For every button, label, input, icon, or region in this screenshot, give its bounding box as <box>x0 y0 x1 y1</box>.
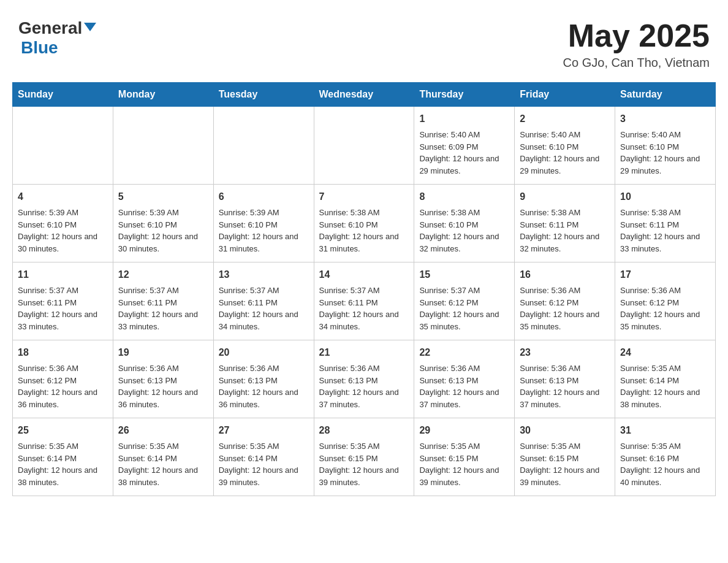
header-saturday: Saturday <box>615 83 716 107</box>
sunset-text: Sunset: 6:11 PM <box>620 219 710 231</box>
sunrise-text: Sunrise: 5:37 AM <box>419 285 509 297</box>
sunset-text: Sunset: 6:13 PM <box>419 375 509 387</box>
sunrise-text: Sunrise: 5:35 AM <box>18 440 108 453</box>
sunset-text: Sunset: 6:09 PM <box>419 141 509 153</box>
logo: General <box>18 18 96 38</box>
sunrise-text: Sunrise: 5:35 AM <box>620 362 710 375</box>
day-number: 12 <box>118 267 208 282</box>
table-row: 19Sunrise: 5:36 AMSunset: 6:13 PMDayligh… <box>113 340 213 418</box>
daylight-text: Daylight: 12 hours and 38 minutes. <box>620 386 710 410</box>
day-number: 23 <box>520 345 610 360</box>
table-row: 7Sunrise: 5:38 AMSunset: 6:10 PMDaylight… <box>314 185 414 262</box>
table-row: 15Sunrise: 5:37 AMSunset: 6:12 PMDayligh… <box>414 262 515 340</box>
header-tuesday: Tuesday <box>213 83 314 107</box>
daylight-text: Daylight: 12 hours and 36 minutes. <box>219 386 309 410</box>
table-row: 5Sunrise: 5:39 AMSunset: 6:10 PMDaylight… <box>113 185 213 262</box>
sunrise-text: Sunrise: 5:35 AM <box>620 440 710 453</box>
sunrise-text: Sunrise: 5:40 AM <box>419 129 509 141</box>
sunrise-text: Sunrise: 5:36 AM <box>319 362 409 375</box>
sunset-text: Sunset: 6:14 PM <box>18 453 108 465</box>
daylight-text: Daylight: 12 hours and 38 minutes. <box>118 464 208 488</box>
day-number: 7 <box>319 190 409 204</box>
table-row: 20Sunrise: 5:36 AMSunset: 6:13 PMDayligh… <box>213 340 314 418</box>
sunset-text: Sunset: 6:10 PM <box>319 219 409 231</box>
table-row: 9Sunrise: 5:38 AMSunset: 6:11 PMDaylight… <box>515 185 615 262</box>
day-number: 14 <box>319 267 409 282</box>
sunset-text: Sunset: 6:13 PM <box>219 375 309 387</box>
day-number: 24 <box>620 345 710 360</box>
sunset-text: Sunset: 6:13 PM <box>118 375 208 387</box>
sunrise-text: Sunrise: 5:35 AM <box>118 440 208 453</box>
table-row: 16Sunrise: 5:36 AMSunset: 6:12 PMDayligh… <box>515 262 615 340</box>
sunrise-text: Sunrise: 5:36 AM <box>520 362 610 375</box>
daylight-text: Daylight: 12 hours and 36 minutes. <box>118 386 208 410</box>
sunrise-text: Sunrise: 5:36 AM <box>219 362 309 375</box>
table-row: 29Sunrise: 5:35 AMSunset: 6:15 PMDayligh… <box>414 418 515 496</box>
daylight-text: Daylight: 12 hours and 31 minutes. <box>219 231 309 255</box>
sunrise-text: Sunrise: 5:37 AM <box>118 285 208 297</box>
day-number: 8 <box>419 190 509 204</box>
daylight-text: Daylight: 12 hours and 29 minutes. <box>520 153 610 177</box>
day-number: 5 <box>118 190 208 204</box>
calendar-week-row: 4Sunrise: 5:39 AMSunset: 6:10 PMDaylight… <box>13 185 716 262</box>
daylight-text: Daylight: 12 hours and 37 minutes. <box>419 386 509 410</box>
logo-triangle-icon <box>84 23 96 31</box>
sunrise-text: Sunrise: 5:37 AM <box>219 285 309 297</box>
page-header: General Blue May 2025 Co GJo, Can Tho, V… <box>12 12 716 70</box>
day-number: 17 <box>620 267 710 282</box>
logo-area: General Blue <box>18 18 96 58</box>
sunset-text: Sunset: 6:10 PM <box>520 141 610 153</box>
day-number: 26 <box>118 423 208 438</box>
sunrise-text: Sunrise: 5:35 AM <box>319 440 409 453</box>
day-number: 3 <box>620 112 710 126</box>
calendar-week-row: 18Sunrise: 5:36 AMSunset: 6:12 PMDayligh… <box>13 340 716 418</box>
sunrise-text: Sunrise: 5:38 AM <box>520 207 610 219</box>
daylight-text: Daylight: 12 hours and 39 minutes. <box>319 464 409 488</box>
day-number: 29 <box>419 423 509 438</box>
sunset-text: Sunset: 6:15 PM <box>319 453 409 465</box>
daylight-text: Daylight: 12 hours and 39 minutes. <box>419 464 509 488</box>
sunset-text: Sunset: 6:10 PM <box>620 141 710 153</box>
daylight-text: Daylight: 12 hours and 29 minutes. <box>419 153 509 177</box>
sunset-text: Sunset: 6:11 PM <box>319 297 409 309</box>
day-number: 15 <box>419 267 509 282</box>
table-row: 6Sunrise: 5:39 AMSunset: 6:10 PMDaylight… <box>213 185 314 262</box>
header-thursday: Thursday <box>414 83 515 107</box>
calendar-week-row: 11Sunrise: 5:37 AMSunset: 6:11 PMDayligh… <box>13 262 716 340</box>
sunset-text: Sunset: 6:16 PM <box>620 453 710 465</box>
table-row: 2Sunrise: 5:40 AMSunset: 6:10 PMDaylight… <box>515 107 615 185</box>
sunset-text: Sunset: 6:12 PM <box>18 375 108 387</box>
table-row: 17Sunrise: 5:36 AMSunset: 6:12 PMDayligh… <box>615 262 716 340</box>
sunset-text: Sunset: 6:11 PM <box>118 297 208 309</box>
calendar-week-row: 25Sunrise: 5:35 AMSunset: 6:14 PMDayligh… <box>13 418 716 496</box>
day-number: 2 <box>520 112 610 126</box>
daylight-text: Daylight: 12 hours and 40 minutes. <box>620 464 710 488</box>
day-number: 9 <box>520 190 610 204</box>
daylight-text: Daylight: 12 hours and 38 minutes. <box>18 464 108 488</box>
table-row: 28Sunrise: 5:35 AMSunset: 6:15 PMDayligh… <box>314 418 414 496</box>
table-row: 23Sunrise: 5:36 AMSunset: 6:13 PMDayligh… <box>515 340 615 418</box>
table-row: 14Sunrise: 5:37 AMSunset: 6:11 PMDayligh… <box>314 262 414 340</box>
table-row: 1Sunrise: 5:40 AMSunset: 6:09 PMDaylight… <box>414 107 515 185</box>
sunset-text: Sunset: 6:12 PM <box>419 297 509 309</box>
daylight-text: Daylight: 12 hours and 34 minutes. <box>319 308 409 332</box>
day-number: 27 <box>219 423 309 438</box>
sunrise-text: Sunrise: 5:40 AM <box>520 129 610 141</box>
daylight-text: Daylight: 12 hours and 32 minutes. <box>419 231 509 255</box>
daylight-text: Daylight: 12 hours and 33 minutes. <box>118 308 208 332</box>
logo-general-text: General <box>18 18 82 38</box>
day-number: 30 <box>520 423 610 438</box>
sunrise-text: Sunrise: 5:36 AM <box>520 285 610 297</box>
table-row: 8Sunrise: 5:38 AMSunset: 6:10 PMDaylight… <box>414 185 515 262</box>
sunrise-text: Sunrise: 5:36 AM <box>118 362 208 375</box>
header-monday: Monday <box>113 83 213 107</box>
sunset-text: Sunset: 6:11 PM <box>520 219 610 231</box>
daylight-text: Daylight: 12 hours and 35 minutes. <box>419 308 509 332</box>
daylight-text: Daylight: 12 hours and 31 minutes. <box>319 231 409 255</box>
day-number: 10 <box>620 190 710 204</box>
month-title: May 2025 <box>563 18 710 53</box>
day-number: 18 <box>18 345 108 360</box>
sunrise-text: Sunrise: 5:35 AM <box>219 440 309 453</box>
sunrise-text: Sunrise: 5:39 AM <box>118 207 208 219</box>
title-area: May 2025 Co GJo, Can Tho, Vietnam <box>563 18 710 70</box>
